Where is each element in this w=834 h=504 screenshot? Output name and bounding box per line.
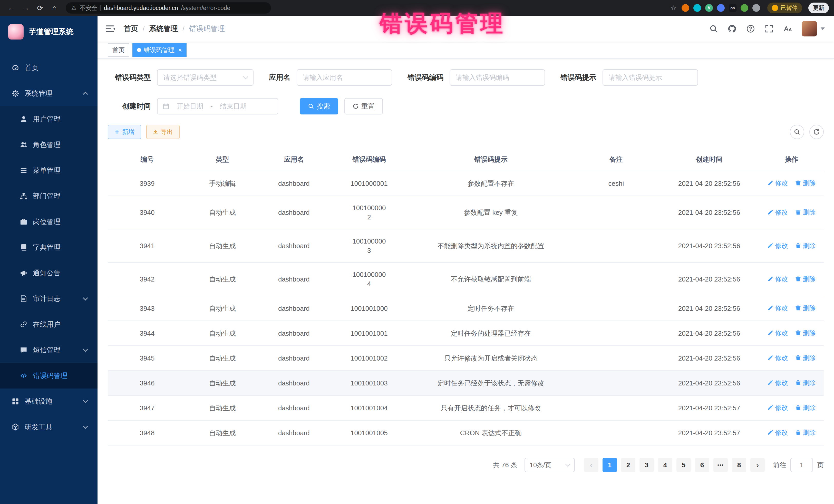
question-icon[interactable] xyxy=(746,24,755,33)
paused-chip[interactable]: 已暂停 xyxy=(767,3,802,13)
sidebar-item-dashboard[interactable]: 首页 xyxy=(0,55,97,81)
delete-link[interactable]: 删除 xyxy=(795,303,815,312)
hamburger-icon[interactable] xyxy=(106,25,115,32)
delete-link[interactable]: 删除 xyxy=(795,328,815,337)
ext-teal-icon[interactable] xyxy=(694,4,701,12)
add-button[interactable]: 新增 xyxy=(108,125,141,139)
edit-link[interactable]: 修改 xyxy=(767,207,788,217)
cell-operations: 修改删除 xyxy=(759,420,824,445)
delete-link[interactable]: 删除 xyxy=(795,207,815,217)
cell-code: 1001000001 xyxy=(330,171,409,196)
sidebar-item-code[interactable]: 错误码管理 xyxy=(0,363,97,389)
delete-link[interactable]: 删除 xyxy=(795,428,815,437)
pager-page-8[interactable]: 8 xyxy=(732,458,746,472)
edit-link[interactable]: 修改 xyxy=(767,353,788,363)
pager-next-button[interactable]: › xyxy=(750,458,765,472)
start-date-input[interactable] xyxy=(171,103,208,110)
github-icon[interactable] xyxy=(728,24,737,33)
sidebar-item-online[interactable]: 在线用户 xyxy=(0,311,97,337)
ext-orange-icon[interactable] xyxy=(682,4,689,12)
pager-page-4[interactable]: 4 xyxy=(658,458,672,472)
breadcrumb-current: 错误码管理 xyxy=(189,24,225,34)
edit-link[interactable]: 修改 xyxy=(767,378,788,387)
pager-page-1[interactable]: 1 xyxy=(602,458,617,472)
delete-link[interactable]: 删除 xyxy=(795,353,815,363)
sidebar-item-sms[interactable]: 短信管理 xyxy=(0,337,97,363)
sidebar-item-dept[interactable]: 部门管理 xyxy=(0,183,97,209)
cell-id: 3943 xyxy=(108,296,186,321)
cell-code: 100100000 3 xyxy=(330,229,409,263)
page-size-select[interactable]: 10条/页 xyxy=(525,458,575,472)
trash-icon xyxy=(795,209,801,215)
pager-page-5[interactable]: 5 xyxy=(676,458,691,472)
search-icon[interactable] xyxy=(709,24,718,33)
breadcrumb-home[interactable]: 首页 xyxy=(124,24,138,34)
fontsize-icon[interactable] xyxy=(783,24,792,33)
update-button[interactable]: 更新 xyxy=(808,3,829,13)
edit-link[interactable]: 修改 xyxy=(767,403,788,412)
bookmark-star-icon[interactable]: ☆ xyxy=(671,4,676,12)
app-name-input[interactable] xyxy=(303,74,386,82)
date-range-picker[interactable]: - xyxy=(157,98,278,114)
sidebar-item-user[interactable]: 用户管理 xyxy=(0,106,97,132)
ext-green-icon[interactable] xyxy=(741,4,748,12)
delete-link[interactable]: 删除 xyxy=(795,178,815,188)
export-button[interactable]: 导出 xyxy=(146,125,180,139)
sidebar-item-menu[interactable]: 菜单管理 xyxy=(0,158,97,183)
browser-back-icon[interactable]: ← xyxy=(5,2,18,14)
sidebar-item-tools[interactable]: 研发工具 xyxy=(0,414,97,440)
pager-prev-button[interactable]: ‹ xyxy=(584,458,598,472)
browser-forward-icon[interactable]: → xyxy=(20,2,32,14)
pager-page-2[interactable]: 2 xyxy=(621,458,635,472)
app-logo[interactable]: 芋道管理系统 xyxy=(0,16,97,48)
tab-error-code[interactable]: 错误码管理 × xyxy=(132,43,186,57)
url-host: dashboard.yudao.iocoder.cn xyxy=(104,5,178,12)
reset-button[interactable]: 重置 xyxy=(344,98,383,114)
edit-link[interactable]: 修改 xyxy=(767,428,788,437)
fullscreen-icon[interactable] xyxy=(765,24,773,33)
refresh-circle-button[interactable] xyxy=(809,125,824,139)
edit-link[interactable]: 修改 xyxy=(767,274,788,284)
sidebar-item-dict[interactable]: 字典管理 xyxy=(0,235,97,260)
goto-page-input[interactable] xyxy=(790,458,813,472)
close-icon[interactable]: × xyxy=(178,47,182,53)
delete-link[interactable]: 删除 xyxy=(795,403,815,412)
error-code-input[interactable] xyxy=(456,74,539,82)
search-circle-button[interactable] xyxy=(790,125,804,139)
browser-home-icon[interactable]: ⌂ xyxy=(48,2,61,14)
error-msg-input[interactable] xyxy=(609,74,692,82)
darkreader-icon[interactable]: on xyxy=(729,4,737,12)
pager-page-6[interactable]: 6 xyxy=(695,458,709,472)
cell-operations: 修改删除 xyxy=(759,229,824,263)
tab-home[interactable]: 首页 xyxy=(108,43,129,57)
chevron-down-icon xyxy=(243,74,248,79)
delete-link[interactable]: 删除 xyxy=(795,378,815,387)
breadcrumb-system[interactable]: 系统管理 xyxy=(149,24,178,34)
sidebar-item-infra[interactable]: 基础设施 xyxy=(0,389,97,414)
error-code-table: 编号 类型 应用名 错误码编码 错误码提示 备注 创建时间 操作 3939 手动… xyxy=(108,148,824,445)
address-bar[interactable]: ⚠ 不安全 dashboard.yudao.iocoder.cn/system/… xyxy=(66,2,271,14)
sidebar-item-gear[interactable]: 系统管理 xyxy=(0,81,97,106)
pushpin-icon[interactable] xyxy=(752,4,760,12)
sidebar-item-users[interactable]: 角色管理 xyxy=(0,132,97,158)
edit-link[interactable]: 修改 xyxy=(767,303,788,312)
cell-remark xyxy=(573,196,659,229)
pager-page-3[interactable]: 3 xyxy=(639,458,654,472)
user-menu[interactable] xyxy=(802,21,825,37)
error-type-select[interactable]: 请选择错误码类型 xyxy=(157,69,254,86)
edit-link[interactable]: 修改 xyxy=(767,241,788,250)
delete-link[interactable]: 删除 xyxy=(795,241,815,250)
browser-reload-icon[interactable]: ⟳ xyxy=(34,2,46,14)
end-date-input[interactable] xyxy=(215,103,252,110)
sidebar-item-notice[interactable]: 通知公告 xyxy=(0,260,97,286)
edit-link[interactable]: 修改 xyxy=(767,328,788,337)
ext-blue-icon[interactable] xyxy=(717,4,725,12)
edit-link[interactable]: 修改 xyxy=(767,178,788,188)
sidebar-item-post[interactable]: 岗位管理 xyxy=(0,209,97,235)
pager-ellipsis[interactable]: ••• xyxy=(714,458,728,472)
search-button[interactable]: 搜索 xyxy=(300,98,338,114)
avatar[interactable] xyxy=(802,21,817,37)
delete-link[interactable]: 删除 xyxy=(795,274,815,284)
vue-devtools-icon[interactable]: V xyxy=(705,4,713,12)
sidebar-item-log[interactable]: 审计日志 xyxy=(0,286,97,311)
